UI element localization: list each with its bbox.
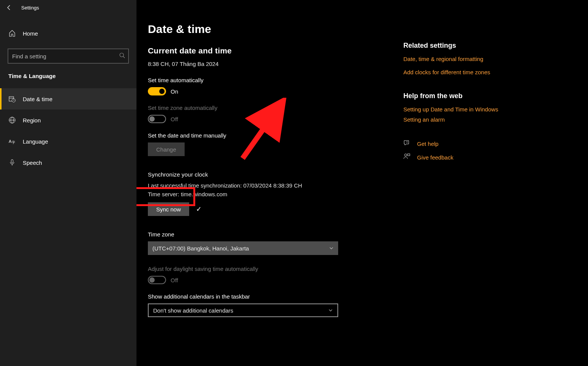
auto-tz-label: Set time zone automatically — [148, 105, 390, 111]
microphone-icon — [8, 159, 16, 166]
auto-tz-toggle[interactable] — [148, 115, 166, 123]
back-button[interactable] — [0, 0, 18, 15]
sync-heading: Synchronize your clock — [148, 171, 390, 178]
nav-item-date-time[interactable]: Date & time — [0, 88, 136, 109]
calendar-clock-icon — [8, 95, 16, 103]
svg-line-5 — [123, 56, 125, 58]
right-pane: Related settings Date, time & regional f… — [390, 23, 519, 355]
sync-server-line: Time server: time.windows.com — [148, 190, 390, 199]
search-input[interactable] — [12, 53, 119, 59]
feedback-row[interactable]: Give feedback — [403, 153, 519, 161]
svg-text:A: A — [9, 139, 12, 144]
related-heading: Related settings — [403, 42, 519, 50]
nav-item-speech[interactable]: Speech — [0, 152, 136, 173]
nav-item-region[interactable]: Region — [0, 109, 136, 131]
window-title: Settings — [21, 5, 39, 11]
sync-last-line: Last successful time synchronization: 07… — [148, 181, 390, 190]
content: Date & time Current date and time 8:38 C… — [148, 23, 390, 355]
help-icon: ? — [403, 139, 411, 148]
nav-label: Speech — [23, 160, 42, 166]
nav-label: Date & time — [23, 96, 52, 102]
svg-text:字: 字 — [12, 141, 15, 144]
timezone-select[interactable]: (UTC+07:00) Bangkok, Hanoi, Jakarta — [148, 241, 338, 255]
nav-item-language[interactable]: A字 Language — [0, 131, 136, 152]
sidebar: Home Time & Language Date & time Region … — [0, 0, 136, 366]
svg-point-19 — [405, 154, 407, 156]
home-label: Home — [23, 30, 38, 37]
auto-time-label: Set time automatically — [148, 77, 390, 83]
language-icon: A字 — [8, 138, 16, 145]
titlebar: Settings — [0, 0, 588, 15]
home-icon — [8, 30, 16, 37]
help-heading: Help from the web — [403, 92, 519, 100]
svg-rect-16 — [11, 160, 13, 163]
home-nav[interactable]: Home — [0, 23, 136, 44]
get-help-row[interactable]: ? Get help — [403, 139, 519, 148]
addcal-value: Don't show additional calendars — [153, 307, 233, 314]
checkmark-icon: ✓ — [196, 205, 202, 213]
nav-label: Region — [23, 117, 41, 124]
sync-now-button[interactable]: Sync now — [148, 202, 189, 216]
link-setup-date-time[interactable]: Setting up Date and Time in Windows — [403, 105, 519, 113]
link-regional-formatting[interactable]: Date, time & regional formatting — [403, 55, 519, 63]
dst-state: Off — [171, 277, 178, 283]
nav-category: Time & Language — [0, 67, 136, 84]
search-box[interactable] — [8, 48, 129, 64]
addcal-select[interactable]: Don't show additional calendars — [148, 303, 338, 317]
addcal-label: Show additional calendars in the taskbar — [148, 293, 390, 300]
dst-toggle — [148, 276, 166, 284]
svg-point-4 — [120, 53, 124, 57]
main-area: Date & time Current date and time 8:38 C… — [136, 0, 588, 366]
current-dt-heading: Current date and time — [148, 46, 390, 55]
svg-rect-20 — [408, 154, 410, 156]
chevron-down-icon — [328, 307, 333, 314]
current-dt-value: 8:38 CH, 07 Tháng Ba 2024 — [148, 61, 390, 67]
arrow-left-icon — [6, 5, 12, 11]
chevron-down-icon — [329, 245, 334, 252]
timezone-value: (UTC+07:00) Bangkok, Hanoi, Jakarta — [152, 245, 249, 252]
dst-label: Adjust for daylight saving time automati… — [148, 266, 390, 272]
get-help-link[interactable]: Get help — [417, 140, 439, 148]
feedback-icon — [403, 153, 411, 161]
auto-time-state: On — [171, 88, 178, 95]
auto-tz-state: Off — [171, 116, 178, 122]
timezone-label: Time zone — [148, 231, 390, 238]
link-add-clocks[interactable]: Add clocks for different time zones — [403, 68, 519, 76]
feedback-link[interactable]: Give feedback — [417, 153, 453, 161]
nav-label: Language — [23, 138, 48, 145]
page-title: Date & time — [148, 23, 390, 36]
search-icon — [119, 53, 125, 60]
change-button: Change — [148, 142, 185, 156]
auto-time-toggle[interactable] — [148, 87, 166, 95]
globe-icon — [8, 116, 16, 124]
link-setting-alarm[interactable]: Setting an alarm — [403, 116, 519, 124]
svg-text:?: ? — [406, 141, 408, 144]
manual-dt-label: Set the date and time manually — [148, 132, 390, 139]
